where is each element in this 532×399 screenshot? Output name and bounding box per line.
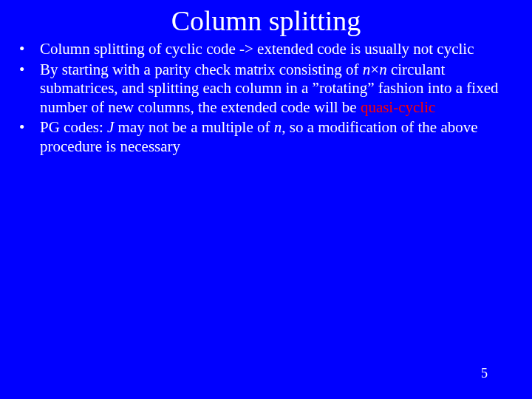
- emphasis-quasi-cyclic: quasi-cyclic: [361, 98, 435, 116]
- text-fragment: PG codes:: [40, 118, 107, 136]
- bullet-marker: •: [19, 118, 40, 156]
- bullet-text: Column splitting of cyclic code -> exten…: [40, 40, 513, 59]
- bullet-item: • Column splitting of cyclic code -> ext…: [19, 40, 513, 59]
- bullet-list: • Column splitting of cyclic code -> ext…: [0, 40, 532, 157]
- slide: Column splitting • Column splitting of c…: [0, 0, 532, 399]
- italic-n: n: [379, 61, 387, 78]
- bullet-text: By starting with a parity check matrix c…: [40, 61, 513, 117]
- bullet-item: • By starting with a parity check matrix…: [19, 61, 513, 117]
- bullet-marker: •: [19, 40, 40, 59]
- text-fragment: By starting with a parity check matrix c…: [40, 61, 363, 78]
- italic-n: n: [363, 61, 371, 78]
- bullet-marker: •: [19, 61, 40, 117]
- page-number: 5: [481, 366, 488, 381]
- italic-n: n: [274, 118, 282, 136]
- italic-J: J: [107, 118, 114, 136]
- text-fragment: may not be a multiple of: [114, 118, 273, 136]
- bullet-text: PG codes: J may not be a multiple of n, …: [40, 118, 513, 156]
- bullet-item: • PG codes: J may not be a multiple of n…: [19, 118, 513, 156]
- times-symbol: ×: [370, 61, 379, 78]
- slide-title: Column splitting: [0, 0, 532, 40]
